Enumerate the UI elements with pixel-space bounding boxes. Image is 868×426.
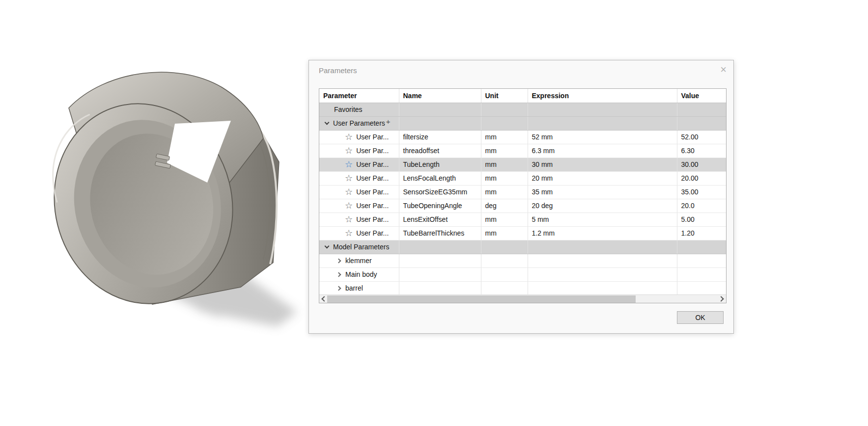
expression-cell[interactable]: 20 mm [528,171,677,185]
param-row[interactable]: ☆User Par...threadoffsetmm6.3 mm6.30 [319,144,726,158]
horizontal-scrollbar[interactable] [319,294,726,303]
param-row[interactable]: ☆User Par...TubeOpeningAngledeg20 deg20.… [319,199,726,213]
child-row[interactable]: Main body [319,267,726,281]
column-header-name: Name [399,89,481,103]
expression-cell [528,240,677,254]
close-icon[interactable]: × [720,64,727,75]
value-cell[interactable]: 20.00 [677,171,726,185]
name-cell[interactable]: TubeOpeningAngle [399,199,481,213]
favorite-star-icon[interactable]: ☆ [345,133,353,141]
value-cell [677,103,726,116]
param-row[interactable]: ☆User Par...TubeBarrelThicknesmm1.2 mm1.… [319,226,726,240]
unit-cell[interactable]: deg [481,199,528,213]
expression-cell[interactable]: 1.2 mm [528,226,677,240]
value-cell[interactable]: 30.00 [677,158,726,171]
name-cell [399,103,481,116]
scroll-left-arrow-icon[interactable] [319,295,327,303]
unit-cell [481,267,528,281]
expression-cell [528,254,677,267]
unit-cell [481,103,528,116]
chevron-right-icon[interactable] [336,272,341,277]
name-cell [399,267,481,281]
expression-cell[interactable]: 35 mm [528,185,677,199]
param-row[interactable]: ☆User Par...filtersizemm52 mm52.00 [319,130,726,144]
expression-cell[interactable]: 5 mm [528,213,677,226]
chevron-down-icon[interactable] [325,120,330,125]
unit-cell[interactable]: mm [481,130,528,144]
chevron-right-icon[interactable] [336,258,341,263]
param-row[interactable]: ☆User Par...LensExitOffsetmm5 mm5.00 [319,213,726,226]
unit-cell[interactable]: mm [481,185,528,199]
chevron-down-icon[interactable] [325,244,330,249]
favorite-star-icon[interactable]: ☆ [345,215,353,224]
unit-cell [481,281,528,295]
column-header-value: Value [677,89,726,103]
name-cell[interactable]: TubeLength [399,158,481,171]
parameters-table-container: ParameterNameUnitExpressionValue Favorit… [319,88,727,303]
group-row[interactable]: Model Parameters [319,240,726,254]
child-group-label: barrel [345,284,363,292]
scroll-right-arrow-icon[interactable] [718,295,726,303]
favorite-star-icon[interactable]: ☆ [345,229,353,238]
favorite-star-icon[interactable]: ☆ [345,174,353,183]
value-cell[interactable]: 5.00 [677,213,726,226]
dialog-titlebar[interactable]: Parameters × [309,60,733,82]
param-row[interactable]: ☆User Par...LensFocalLengthmm20 mm20.00 [319,171,726,185]
name-cell[interactable]: filtersize [399,130,481,144]
group-label: User Parameters [333,119,385,127]
value-cell[interactable]: 1.20 [677,226,726,240]
unit-cell[interactable]: mm [481,213,528,226]
scrollbar-thumb[interactable] [327,295,636,303]
favorite-star-icon[interactable]: ☆ [345,146,353,155]
favorite-star-icon[interactable]: ☆ [345,201,353,210]
param-type-label: User Par... [356,215,389,223]
value-cell[interactable]: 20.0 [677,199,726,213]
expression-cell[interactable]: 30 mm [528,158,677,171]
param-type-label: User Par... [356,229,389,237]
value-cell[interactable]: 6.30 [677,144,726,158]
expression-cell [528,267,677,281]
value-cell[interactable]: 35.00 [677,185,726,199]
group-label: Model Parameters [333,243,389,251]
unit-cell[interactable]: mm [481,144,528,158]
param-type-label: User Par... [356,188,389,196]
name-cell[interactable]: LensFocalLength [399,171,481,185]
favorite-star-icon[interactable]: ☆ [345,187,353,196]
param-type-label: User Par... [356,133,389,141]
ok-button[interactable]: OK [677,311,724,324]
param-row[interactable]: ☆User Par...TubeLengthmm30 mm30.00 [319,158,726,171]
name-cell [399,281,481,295]
unit-cell[interactable]: mm [481,226,528,240]
chevron-right-icon[interactable] [336,286,341,291]
add-parameter-icon[interactable]: + [386,117,391,126]
expression-cell [528,103,677,116]
expression-cell[interactable]: 20 deg [528,199,677,213]
parameters-table: ParameterNameUnitExpressionValue Favorit… [319,89,726,295]
child-row[interactable]: klemmer [319,254,726,267]
param-type-label: User Par... [356,160,389,168]
section-label: Favorites [334,106,363,113]
name-cell[interactable]: TubeBarrelThicknes [399,226,481,240]
section-row[interactable]: Favorites [319,103,726,116]
favorite-star-icon[interactable]: ☆ [345,160,353,169]
child-row[interactable]: barrel [319,281,726,295]
table-header-row: ParameterNameUnitExpressionValue [319,89,726,103]
expression-cell[interactable]: 52 mm [528,130,677,144]
group-row[interactable]: User Parameters+ [319,116,726,130]
value-cell[interactable]: 52.00 [677,130,726,144]
unit-cell[interactable]: mm [481,171,528,185]
expression-cell[interactable]: 6.3 mm [528,144,677,158]
child-group-label: klemmer [345,257,372,265]
value-cell [677,254,726,267]
param-type-label: User Par... [356,202,389,210]
column-header-expression: Expression [528,89,677,103]
name-cell[interactable]: SensorSizeEG35mm [399,185,481,199]
unit-cell[interactable]: mm [481,158,528,171]
model-viewport[interactable] [0,0,314,426]
unit-cell [481,254,528,267]
name-cell[interactable]: LensExitOffset [399,213,481,226]
dialog-title: Parameters [319,66,357,75]
param-row[interactable]: ☆User Par...SensorSizeEG35mmmm35 mm35.00 [319,185,726,199]
value-cell [677,116,726,130]
name-cell[interactable]: threadoffset [399,144,481,158]
